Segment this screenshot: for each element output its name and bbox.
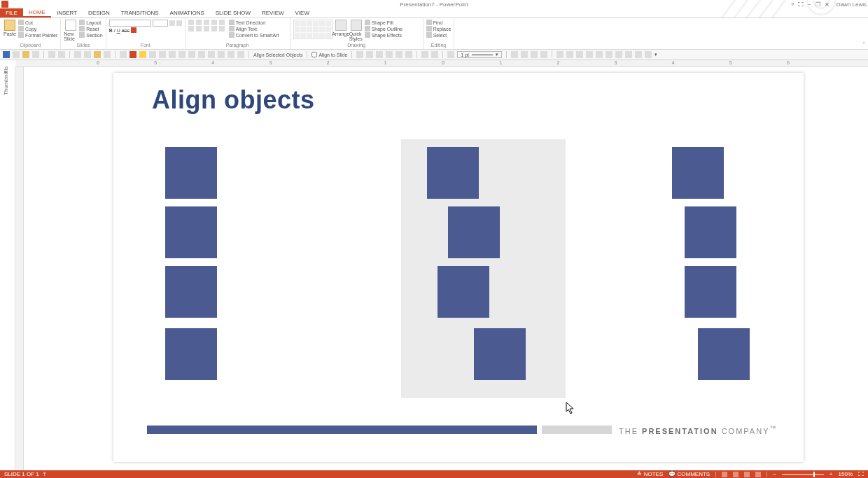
qat-new-icon[interactable] xyxy=(13,51,20,58)
reset-button[interactable]: Reset xyxy=(79,26,102,31)
numbering-icon[interactable] xyxy=(196,20,202,25)
find-button[interactable]: Find xyxy=(426,20,451,25)
ribbon-display-options-icon[interactable]: ⛶ xyxy=(798,1,804,8)
qat-bring-forward-icon[interactable] xyxy=(227,51,234,58)
thumbnails-pane-collapsed[interactable]: ▸ Thumbnails xyxy=(0,67,15,470)
qat-gridlines-icon[interactable] xyxy=(178,51,186,58)
qat-more2-icon[interactable] xyxy=(576,51,583,58)
qat-distribute-h-icon[interactable] xyxy=(421,51,428,58)
restore-icon[interactable]: ❐ xyxy=(816,1,820,8)
user-name[interactable]: Dawn Lewis xyxy=(836,1,867,8)
qat-rotate-left-icon[interactable] xyxy=(511,51,518,58)
qat-picture-icon[interactable] xyxy=(159,51,166,58)
grow-font-icon[interactable] xyxy=(169,20,175,26)
qat-save-icon[interactable] xyxy=(3,51,10,58)
slide-canvas-area[interactable]: Align objects THE PRESENTATION COMPANY™ xyxy=(15,67,868,470)
align-selected-objects-button[interactable]: Align Selected Objects xyxy=(253,52,302,57)
normal-view-icon[interactable] xyxy=(722,472,727,477)
help-icon[interactable]: ? xyxy=(791,1,794,8)
zoom-slider[interactable] xyxy=(782,474,824,475)
slide-title[interactable]: Align objects xyxy=(152,85,315,115)
qat-font-color-icon[interactable] xyxy=(130,51,136,58)
qat-eyedropper-icon[interactable] xyxy=(447,51,454,58)
shape-left-2[interactable] xyxy=(165,206,217,258)
qat-ruler-icon[interactable] xyxy=(198,51,205,58)
qat-paste-icon[interactable] xyxy=(94,51,101,58)
tab-view[interactable]: VIEW xyxy=(290,8,315,17)
slide-counter[interactable]: SLIDE 1 OF 1 xyxy=(4,471,39,477)
shape-mid-1[interactable] xyxy=(427,147,479,199)
comments-button[interactable]: 💬 COMMENTS xyxy=(668,471,710,477)
minimize-icon[interactable]: − xyxy=(808,1,811,8)
qat-fill-color-icon[interactable] xyxy=(139,51,146,58)
qat-line-icon[interactable] xyxy=(149,51,156,58)
qat-cut-icon[interactable] xyxy=(104,51,111,58)
qat-align-bottom-icon[interactable] xyxy=(405,51,412,58)
tab-insert[interactable]: INSERT xyxy=(51,8,83,17)
spellcheck-icon[interactable]: ⫯ xyxy=(43,471,46,477)
shape-effects-button[interactable]: Shape Effects xyxy=(365,32,402,38)
underline-button[interactable]: U xyxy=(117,28,120,33)
slideshow-view-icon[interactable] xyxy=(755,472,761,477)
qat-more5-icon[interactable] xyxy=(606,51,612,58)
columns-icon[interactable] xyxy=(219,26,225,31)
qat-print-icon[interactable] xyxy=(32,51,39,58)
zoom-in-button[interactable]: + xyxy=(830,471,833,477)
quick-styles-button[interactable]: Quick Styles xyxy=(349,20,363,42)
align-to-slide-input[interactable] xyxy=(312,52,317,57)
shapes-gallery[interactable] xyxy=(293,20,332,39)
shape-left-1[interactable] xyxy=(165,147,217,199)
shape-right-2[interactable] xyxy=(685,206,736,258)
zoom-level[interactable]: 150% xyxy=(839,471,853,477)
increase-indent-icon[interactable] xyxy=(211,20,217,25)
close-icon[interactable]: ✕ xyxy=(825,1,830,8)
qat-align-right-icon[interactable] xyxy=(376,51,383,58)
qat-more6-icon[interactable] xyxy=(615,51,622,58)
shape-left-4[interactable] xyxy=(165,328,217,380)
shape-mid-4[interactable] xyxy=(474,328,526,380)
arrange-button[interactable]: Arrange xyxy=(334,20,348,42)
qat-ungroup-icon[interactable] xyxy=(218,51,225,58)
shape-left-3[interactable] xyxy=(165,266,217,318)
line-spacing-icon[interactable] xyxy=(219,20,225,25)
justify-icon[interactable] xyxy=(211,26,217,31)
qat-more9-icon[interactable] xyxy=(645,51,652,58)
tab-design[interactable]: DESIGN xyxy=(83,8,115,17)
fit-to-window-icon[interactable]: ⛶ xyxy=(858,471,864,477)
qat-more7-icon[interactable] xyxy=(625,51,632,58)
tab-review[interactable]: REVIEW xyxy=(256,8,290,17)
shape-outline-button[interactable]: Shape Outline xyxy=(365,26,402,31)
font-color-icon[interactable] xyxy=(131,27,136,33)
notes-button[interactable]: ≛ NOTES xyxy=(637,471,663,477)
collapse-ribbon-icon[interactable]: ˄ xyxy=(862,41,866,48)
slide-sorter-view-icon[interactable] xyxy=(733,472,738,477)
paste-button[interactable]: Paste xyxy=(3,20,17,42)
qat-align-top-icon[interactable] xyxy=(386,51,393,58)
qat-group-icon[interactable] xyxy=(208,51,215,58)
tab-slideshow[interactable]: SLIDE SHOW xyxy=(210,8,256,17)
qat-align-middle-icon[interactable] xyxy=(396,51,402,58)
qat-rotate-right-icon[interactable] xyxy=(521,51,528,58)
line-weight-selector[interactable]: 1 pt ▾ xyxy=(457,51,502,58)
qat-bullets-icon[interactable] xyxy=(74,51,81,58)
replace-button[interactable]: Replace xyxy=(426,26,451,31)
format-painter-button[interactable]: Format Painter xyxy=(18,32,57,38)
bullets-icon[interactable] xyxy=(188,20,194,25)
qat-flip-h-icon[interactable] xyxy=(531,51,538,58)
qat-distribute-v-icon[interactable] xyxy=(431,51,438,58)
tab-home[interactable]: HOME xyxy=(23,8,51,17)
shape-right-4[interactable] xyxy=(698,328,750,380)
shape-fill-button[interactable]: Shape Fill xyxy=(365,20,402,25)
align-left-icon[interactable] xyxy=(188,26,194,31)
zoom-out-button[interactable]: − xyxy=(773,471,776,477)
copy-button[interactable]: Copy xyxy=(18,26,57,31)
qat-align-center-icon[interactable] xyxy=(366,51,373,58)
font-size-input[interactable] xyxy=(153,20,168,27)
qat-flip-v-icon[interactable] xyxy=(540,51,547,58)
qat-align-left-icon[interactable] xyxy=(356,51,363,58)
tab-transitions[interactable]: TRANSITIONS xyxy=(115,8,164,17)
shape-mid-2[interactable] xyxy=(448,206,500,258)
qat-more1-icon[interactable] xyxy=(566,51,573,58)
qat-chart-icon[interactable] xyxy=(169,51,176,58)
section-button[interactable]: Section xyxy=(79,32,102,38)
